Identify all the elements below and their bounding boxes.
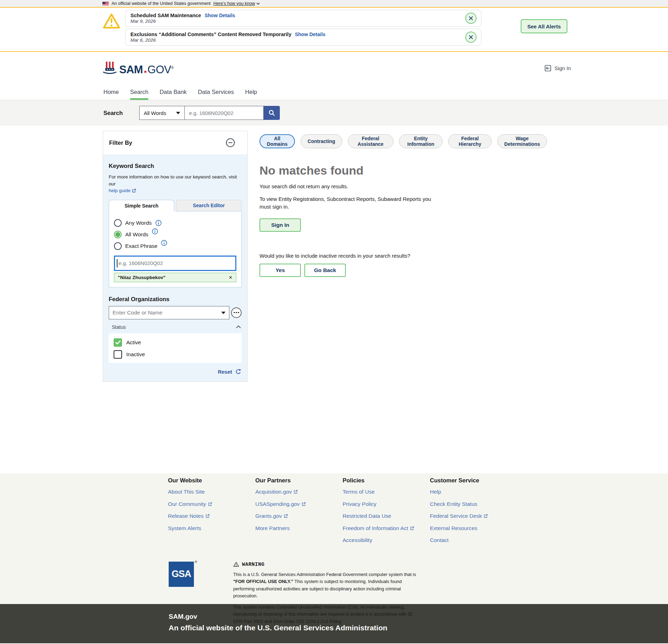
global-search-input[interactable] xyxy=(185,106,264,120)
domain-pill-wage-determinations[interactable]: Wage Determinations xyxy=(497,134,547,148)
footer-link-our-community[interactable]: Our Community xyxy=(168,501,255,508)
footer-link-release-notes[interactable]: Release Notes xyxy=(168,513,255,520)
footer-heading: Our Website xyxy=(168,477,255,484)
footer-link-accessibility[interactable]: Accessibility xyxy=(343,537,430,544)
nav-item-search[interactable]: Search xyxy=(130,84,148,100)
info-icon[interactable] xyxy=(161,240,167,246)
keyword-search-heading: Keyword Search xyxy=(109,163,242,169)
external-link-icon xyxy=(302,502,306,506)
close-icon xyxy=(468,16,473,21)
footer-link-system-alerts[interactable]: System Alerts xyxy=(168,525,255,532)
reset-filters-link[interactable]: Reset xyxy=(218,369,232,375)
footer-column-our-partners: Our Partners Acquisition.gov USASpending… xyxy=(255,477,343,549)
domain-pill-contracting[interactable]: Contracting xyxy=(301,134,342,148)
checkbox-checked-icon[interactable] xyxy=(114,338,122,347)
sam-gov-logo[interactable]: SAM★GOV® xyxy=(102,61,174,75)
tab-simple-search[interactable]: Simple Search xyxy=(109,200,174,211)
search-submit-button[interactable] xyxy=(264,106,280,120)
gov-banner-how-link[interactable]: Here’s how you know xyxy=(214,1,260,6)
footer-link-usaspending-gov[interactable]: USASpending.gov xyxy=(255,501,343,508)
keyword-tag: "Niiaz Zhusupbekov" ✕ xyxy=(114,273,236,282)
alert-show-details-link[interactable]: Show Details xyxy=(204,13,235,18)
status-option-inactive[interactable]: Inactive xyxy=(114,350,237,359)
footer-link-privacy-policy[interactable]: Privacy Policy xyxy=(343,501,430,508)
footer-heading: Customer Service xyxy=(430,477,517,484)
domain-pill-federal-assistance[interactable]: Federal Assistance xyxy=(348,134,393,148)
login-icon xyxy=(545,65,551,72)
refresh-icon[interactable] xyxy=(235,368,242,375)
chevron-down-icon xyxy=(256,2,260,5)
go-back-button[interactable]: Go Back xyxy=(304,264,346,277)
footer-link-about-this-site[interactable]: About This Site xyxy=(168,489,255,495)
radio-all-words[interactable] xyxy=(114,231,122,238)
footer-link-check-entity-status[interactable]: Check Entity Status xyxy=(430,501,517,508)
nav-item-data-services[interactable]: Data Services xyxy=(198,84,234,100)
close-icon xyxy=(468,35,473,40)
domain-pill-entity-information[interactable]: Entity Information xyxy=(399,134,443,148)
text-cursor xyxy=(117,259,117,267)
search-results-area: All Domains Contracting Federal Assistan… xyxy=(259,134,547,277)
alert-card: Scheduled SAM Maintenance Show Details M… xyxy=(125,10,481,27)
sign-in-link[interactable]: Sign In xyxy=(545,65,571,72)
footer-column-customer-service: Customer Service Help Check Entity Statu… xyxy=(430,477,517,549)
radio-exact-phrase[interactable] xyxy=(114,242,122,250)
alert-close-button[interactable] xyxy=(465,13,477,24)
domain-pill-all-domains[interactable]: All Domains xyxy=(259,134,295,148)
search-band: Search All Words xyxy=(0,100,668,126)
radio-exact-phrase-label: Exact Phrase xyxy=(125,243,157,249)
radio-any-words[interactable] xyxy=(114,219,122,227)
footer-link-foia[interactable]: Freedom of Information Act xyxy=(343,525,430,532)
alert-close-button[interactable] xyxy=(465,32,477,43)
status-section-toggle[interactable]: Status xyxy=(109,324,242,330)
footer-link-grants-gov[interactable]: Grants.gov xyxy=(255,513,343,520)
keyword-tag-remove-button[interactable]: ✕ xyxy=(229,275,232,280)
footer-link-acquisition-gov[interactable]: Acquisition.gov xyxy=(255,489,343,495)
chevron-down-icon[interactable] xyxy=(221,312,225,314)
federal-orgs-input[interactable] xyxy=(109,306,229,319)
domain-pill-federal-hierarchy[interactable]: Federal Hierarchy xyxy=(448,134,492,148)
info-icon[interactable] xyxy=(152,228,158,235)
alert-title: Exclusions “Additional Comments” Content… xyxy=(130,32,291,37)
footer-link-external-resources[interactable]: External Resources xyxy=(430,525,517,532)
brand-gov: GOV xyxy=(148,64,171,75)
sign-in-button[interactable]: Sign In xyxy=(259,218,301,232)
nav-item-data-bank[interactable]: Data Bank xyxy=(160,84,187,100)
footer-link-federal-service-desk[interactable]: Federal Service Desk xyxy=(430,513,517,520)
see-all-alerts-button[interactable]: See All Alerts xyxy=(521,19,567,33)
alert-date: Mar 6, 2026 xyxy=(130,38,460,43)
help-guide-link[interactable]: help guide xyxy=(109,187,136,194)
tab-search-editor[interactable]: Search Editor xyxy=(176,200,242,211)
footer-link-help[interactable]: Help xyxy=(430,489,517,495)
collapse-filters-button[interactable] xyxy=(226,138,235,147)
nav-item-home[interactable]: Home xyxy=(103,84,119,100)
search-mode-select[interactable]: All Words xyxy=(139,106,185,120)
footer-link-restricted-data-use[interactable]: Restricted Data Use xyxy=(343,513,430,520)
site-footer-links: Our Website About This Site Our Communit… xyxy=(0,473,668,604)
footer-tagline: An official website of the U.S. General … xyxy=(169,624,668,632)
brand-star: ★ xyxy=(143,69,147,74)
gsa-logo: GSA ® xyxy=(169,562,194,587)
gov-banner-text: An official website of the United States… xyxy=(112,1,211,6)
keyword-search-input[interactable] xyxy=(114,256,236,271)
radio-any-words-label: Any Words xyxy=(125,220,152,226)
nav-item-help[interactable]: Help xyxy=(245,84,257,100)
alert-card: Exclusions “Additional Comments” Content… xyxy=(125,29,481,46)
external-link-icon xyxy=(484,514,488,518)
alert-date: Mar 9, 2026 xyxy=(130,19,460,24)
footer-link-contact[interactable]: Contact xyxy=(430,537,517,544)
brand-registered-mark: ® xyxy=(171,66,174,70)
status-label: Status xyxy=(112,324,126,330)
alert-show-details-link[interactable]: Show Details xyxy=(295,32,325,37)
yes-button[interactable]: Yes xyxy=(259,264,301,277)
footer-heading: Our Partners xyxy=(255,477,343,484)
gsa-registered-mark: ® xyxy=(195,560,197,564)
footer-link-terms-of-use[interactable]: Terms of Use xyxy=(343,489,430,495)
checkbox-unchecked-icon[interactable] xyxy=(114,350,122,359)
warning-paragraph-1: This is a U.S. General Services Administ… xyxy=(233,571,417,600)
status-option-active[interactable]: Active xyxy=(114,338,237,347)
minus-circle-icon xyxy=(226,138,235,147)
footer-link-more-partners[interactable]: More Partners xyxy=(255,525,343,532)
info-icon[interactable] xyxy=(155,220,162,226)
federal-orgs-more-button[interactable] xyxy=(231,307,242,318)
search-icon xyxy=(268,109,275,116)
